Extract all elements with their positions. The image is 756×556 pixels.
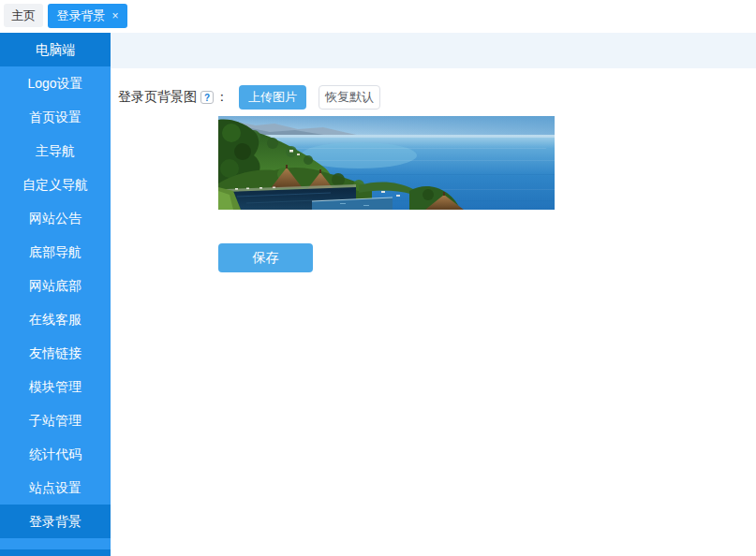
sidebar-item-site-announcement[interactable]: 网站公告 [0, 201, 111, 235]
sidebar-next-section-strip [0, 549, 111, 556]
help-icon[interactable]: ? [200, 91, 214, 104]
background-image-form-row: 登录页背景图 ? ： 上传图片 恢复默认 [118, 85, 380, 110]
sidebar-item-subsite-management[interactable]: 子站管理 [0, 403, 111, 437]
sidebar-item-pc[interactable]: 电脑端 [0, 33, 111, 66]
sidebar-item-site-settings[interactable]: 站点设置 [0, 471, 111, 505]
content-area: 登录页背景图 ? ： 上传图片 恢复默认 [111, 33, 756, 556]
restore-default-button[interactable]: 恢复默认 [319, 85, 380, 110]
content-header-strip [111, 33, 756, 68]
sidebar-item-online-service[interactable]: 在线客服 [0, 302, 111, 336]
field-label: 登录页背景图 [118, 89, 197, 106]
save-button[interactable]: 保存 [218, 243, 313, 272]
tab-home[interactable]: 主页 [4, 4, 43, 27]
close-icon[interactable]: × [111, 10, 118, 22]
field-colon: ： [215, 89, 229, 106]
sidebar-item-main-nav[interactable]: 主导航 [0, 134, 111, 168]
tab-bar: 主页 登录背景 × [0, 0, 756, 33]
sidebar: 电脑端 Logo设置 首页设置 主导航 自定义导航 网站公告 底部导航 网站底部… [0, 33, 111, 556]
sidebar-item-custom-nav[interactable]: 自定义导航 [0, 168, 111, 201]
sidebar-item-footer-nav[interactable]: 底部导航 [0, 235, 111, 269]
login-background-preview-image [218, 116, 555, 210]
sidebar-item-home-settings[interactable]: 首页设置 [0, 100, 111, 134]
tab-login-background[interactable]: 登录背景 × [48, 4, 127, 28]
sidebar-item-site-footer[interactable]: 网站底部 [0, 269, 111, 302]
sidebar-item-statistics-code[interactable]: 统计代码 [0, 437, 111, 471]
page: 主页 登录背景 × 电脑端 Logo设置 首页设置 主导航 自定义导航 网站公告… [0, 0, 756, 556]
sidebar-item-login-background[interactable]: 登录背景 [0, 505, 111, 538]
sidebar-item-logo-settings[interactable]: Logo设置 [0, 66, 111, 100]
sidebar-item-friend-links[interactable]: 友情链接 [0, 336, 111, 370]
tab-login-background-label: 登录背景 [56, 4, 105, 28]
upload-image-button[interactable]: 上传图片 [239, 85, 306, 110]
sidebar-item-module-management[interactable]: 模块管理 [0, 370, 111, 403]
